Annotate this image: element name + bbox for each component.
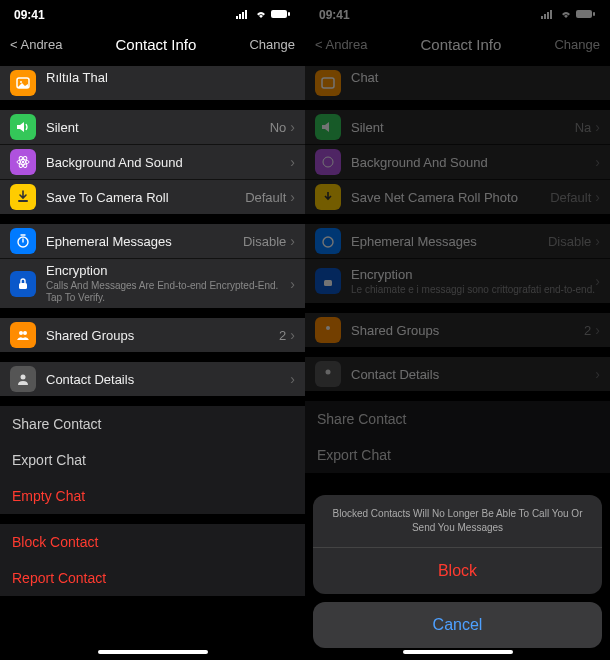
- svg-point-11: [22, 161, 24, 163]
- row-shared-groups[interactable]: Shared Groups 2 ›: [305, 313, 610, 347]
- timer-icon: [10, 228, 36, 254]
- chevron-right-icon: ›: [290, 327, 295, 343]
- share-contact-button[interactable]: Share Contact: [305, 401, 610, 437]
- value-groups: 2: [279, 328, 286, 343]
- speaker-icon: [315, 114, 341, 140]
- sub-enc: Le chiamate e i messaggi sono crittograf…: [351, 284, 595, 296]
- row-save[interactable]: Save To Camera Roll Default ›: [0, 180, 305, 214]
- group-details: Contact Details ›: [0, 362, 305, 396]
- status-time: 09:41: [319, 8, 350, 22]
- empty-chat-button[interactable]: Empty Chat: [0, 478, 305, 514]
- export-chat-button[interactable]: Export Chat: [0, 442, 305, 478]
- home-indicator[interactable]: [403, 650, 513, 654]
- label-silent: Silent: [46, 120, 270, 135]
- label-media: Rıltıla Thal: [46, 70, 295, 85]
- report-contact-button[interactable]: Report Contact: [0, 560, 305, 596]
- group-privacy: Ephemeral Messages Disable › Encryption …: [305, 224, 610, 303]
- label-groups: Shared Groups: [351, 323, 584, 338]
- svg-rect-1: [239, 14, 241, 19]
- left-screen: 09:41 < Andrea Contact Info Change Rıltı…: [0, 0, 305, 660]
- status-bar: 09:41: [305, 4, 610, 26]
- svg-rect-12: [18, 200, 28, 202]
- group-details: Contact Details ›: [305, 357, 610, 391]
- group-top: Rıltıla Thal: [0, 66, 305, 100]
- svg-rect-27: [324, 280, 332, 286]
- group-groups: Shared Groups 2 ›: [0, 318, 305, 352]
- change-button[interactable]: Change: [249, 37, 295, 52]
- svg-point-16: [23, 331, 27, 335]
- wifi-icon: [254, 9, 268, 19]
- row-media[interactable]: Rıltıla Thal: [0, 66, 305, 100]
- value-save: Default: [245, 190, 286, 205]
- settings-scroll[interactable]: Rıltıla Thal Silent No › Background And …: [0, 66, 305, 660]
- chevron-right-icon: ›: [595, 233, 600, 249]
- chevron-right-icon: ›: [595, 154, 600, 170]
- svg-rect-20: [547, 12, 549, 19]
- media-icon: [10, 70, 36, 96]
- status-bar: 09:41: [0, 4, 305, 26]
- home-indicator[interactable]: [98, 650, 208, 654]
- chevron-right-icon: ›: [595, 189, 600, 205]
- row-bg[interactable]: Background And Sound ›: [0, 145, 305, 180]
- label-bg: Background And Sound: [46, 155, 290, 170]
- export-chat-button[interactable]: Export Chat: [305, 437, 610, 473]
- lock-icon: [315, 268, 341, 294]
- row-silent[interactable]: Silent Na ›: [305, 110, 610, 145]
- change-button[interactable]: Change: [554, 37, 600, 52]
- share-contact-button[interactable]: Share Contact: [0, 406, 305, 442]
- svg-rect-14: [19, 283, 27, 289]
- label-media: Chat: [351, 70, 600, 85]
- row-contact-details[interactable]: Contact Details ›: [305, 357, 610, 391]
- svg-point-28: [326, 326, 330, 330]
- value-eph: Disable: [548, 234, 591, 249]
- sheet-block-button[interactable]: Block: [313, 548, 602, 594]
- group-top: Chat: [305, 66, 610, 100]
- status-right: [236, 8, 291, 22]
- people-icon: [315, 317, 341, 343]
- row-ephemeral[interactable]: Ephemeral Messages Disable ›: [305, 224, 610, 259]
- status-time: 09:41: [14, 8, 45, 22]
- download-icon: [315, 184, 341, 210]
- row-encryption[interactable]: Encryption Calls And Messages Are End-to…: [0, 259, 305, 308]
- nav-bar: < Andrea Contact Info Change: [0, 26, 305, 62]
- back-button[interactable]: < Andrea: [315, 37, 367, 52]
- group-sound: Silent Na › Background And Sound › Save …: [305, 110, 610, 214]
- sheet-cancel-button[interactable]: Cancel: [313, 602, 602, 648]
- svg-rect-22: [576, 10, 592, 18]
- label-bg: Background And Sound: [351, 155, 595, 170]
- label-details: Contact Details: [351, 367, 595, 382]
- group-privacy: Ephemeral Messages Disable › Encryption …: [0, 224, 305, 308]
- row-contact-details[interactable]: Contact Details ›: [0, 362, 305, 396]
- right-screen: 09:41 < Andrea Contact Info Change Chat: [305, 0, 610, 660]
- row-silent[interactable]: Silent No ›: [0, 110, 305, 145]
- atom-icon: [315, 149, 341, 175]
- svg-point-29: [326, 370, 331, 375]
- group-actions2: Block Contact Report Contact: [0, 524, 305, 596]
- sub-enc: Calls And Messages Are End-to-end Encryp…: [46, 280, 290, 304]
- row-bg[interactable]: Background And Sound ›: [305, 145, 610, 180]
- status-right: [541, 8, 596, 22]
- row-encryption[interactable]: Encryption Le chiamate e i messaggi sono…: [305, 259, 610, 303]
- sheet-message: Blocked Contacts Will No Longer Be Able …: [313, 495, 602, 548]
- svg-point-25: [323, 157, 333, 167]
- value-silent: No: [270, 120, 287, 135]
- sheet-card: Blocked Contacts Will No Longer Be Able …: [313, 495, 602, 594]
- svg-rect-5: [288, 12, 290, 16]
- row-media[interactable]: Chat: [305, 66, 610, 100]
- chevron-right-icon: ›: [290, 189, 295, 205]
- svg-rect-24: [322, 78, 334, 88]
- timer-icon: [315, 228, 341, 254]
- row-save[interactable]: Save Net Camera Roll Photo Default ›: [305, 180, 610, 214]
- people-icon: [10, 322, 36, 348]
- row-shared-groups[interactable]: Shared Groups 2 ›: [0, 318, 305, 352]
- back-button[interactable]: < Andrea: [10, 37, 62, 52]
- svg-rect-4: [271, 10, 287, 18]
- signal-icon: [541, 9, 555, 19]
- row-ephemeral[interactable]: Ephemeral Messages Disable ›: [0, 224, 305, 259]
- svg-point-7: [20, 81, 22, 83]
- chevron-right-icon: ›: [595, 322, 600, 338]
- svg-point-15: [19, 331, 23, 335]
- label-groups: Shared Groups: [46, 328, 279, 343]
- svg-rect-18: [541, 16, 543, 19]
- block-contact-button[interactable]: Block Contact: [0, 524, 305, 560]
